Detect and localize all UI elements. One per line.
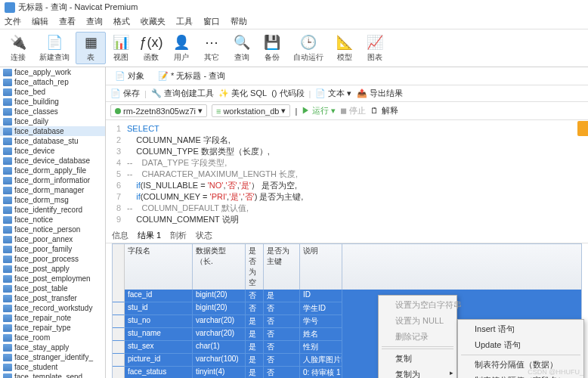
tree-item[interactable]: face_dorm_msg [0, 195, 105, 205]
result-tab[interactable]: 剖析 [170, 230, 187, 241]
menu-item[interactable]: 窗口 [203, 16, 220, 27]
tree-item[interactable]: face_database [0, 126, 105, 136]
table-icon [3, 364, 12, 371]
titlebar: 无标题 - 查询 - Navicat Premium [0, 0, 588, 14]
beautify-button[interactable]: ✨ 美化 SQL [218, 88, 267, 99]
side-badge[interactable] [577, 121, 588, 136]
menu-item[interactable]: 编辑 [32, 16, 48, 27]
tree-item[interactable]: face_repair_note [0, 313, 105, 323]
table-icon [3, 265, 12, 273]
ctx-item[interactable]: 删除记录 [379, 329, 456, 345]
context-menu[interactable]: 设置为空白字符串设置为 NULL删除记录复制复制为粘贴显示 [378, 295, 457, 378]
tree-item[interactable]: face_room [0, 333, 105, 342]
ctx-item[interactable]: 设置为空白字符串 [379, 297, 456, 313]
tree-item[interactable]: face_dorm_manager [0, 185, 105, 195]
tabbar[interactable]: 📄 对象 📝 * 无标题 - 查询 [106, 67, 588, 85]
server-select[interactable]: rm-2zetn83n05wz7i ▾ [110, 104, 207, 117]
save-button[interactable]: 📄 保存 [110, 88, 140, 99]
grid-col-header[interactable]: 说明 [300, 244, 342, 290]
table-tree[interactable]: face_apply_workface_attach_repface_bedfa… [0, 67, 106, 378]
tree-item[interactable]: face_poor_family [0, 244, 105, 254]
toolbar-查询[interactable]: 🔍查询 [227, 32, 257, 64]
builder-button[interactable]: 🔧 查询创建工具 [151, 88, 214, 99]
toolbar-备份[interactable]: 💾备份 [257, 32, 287, 64]
export-button[interactable]: 📤 导出结果 [357, 88, 403, 99]
ctx-sub-item[interactable]: Insert 语句 [458, 321, 583, 337]
grid-col-header[interactable]: 数据类型（长. [193, 244, 246, 290]
toolbar-表[interactable]: ▦表 [76, 32, 106, 64]
query-toolbar: 📄 保存| 🔧 查询创建工具 ✨ 美化 SQL () 代码段| 📄 文本 ▾ 📤… [106, 85, 588, 102]
table-icon [3, 157, 12, 165]
menu-item[interactable]: 帮助 [231, 16, 247, 27]
tree-item[interactable]: face_building [0, 97, 105, 107]
table-icon [3, 206, 12, 214]
menu-item[interactable]: 格式 [113, 16, 130, 27]
text-button[interactable]: 📄 文本 ▾ [315, 88, 351, 99]
ctx-item[interactable]: 复制 [379, 351, 456, 367]
toolbar-连接[interactable]: 🔌连接 [3, 32, 33, 64]
result-tab[interactable]: 结果 1 [138, 230, 161, 241]
tree-item[interactable]: face_template_send [0, 372, 105, 378]
toolbar-用户[interactable]: 👤用户 [166, 32, 197, 64]
ctx-sub-item[interactable]: Update 语句 [458, 337, 583, 353]
tree-item[interactable]: face_device [0, 146, 105, 156]
menu-item[interactable]: 工具 [176, 16, 193, 27]
tree-item[interactable]: face_attach_rep [0, 77, 105, 87]
toolbar-自动运行[interactable]: 🕒自动运行 [287, 32, 330, 64]
stop-button[interactable]: ◼ 停止 [340, 105, 366, 116]
toolbar-图表[interactable]: 📈图表 [360, 32, 390, 64]
tree-item[interactable]: face_poor_annex [0, 234, 105, 244]
tree-item[interactable]: face_identify_record [0, 205, 105, 215]
table-row[interactable]: stu_idbigint(20)否否学生ID [113, 302, 581, 315]
tree-item[interactable]: face_post_apply [0, 264, 105, 274]
sql-editor[interactable]: 1SELECT2 COLUMN_NAME 字段名,3 COLUMN_TYPE 数… [106, 120, 588, 228]
result-tabs[interactable]: 信息结果 1剖析状态 [106, 228, 588, 243]
table-icon [3, 187, 12, 194]
result-tab[interactable]: 状态 [196, 230, 212, 241]
snippet-button[interactable]: () 代码段 [271, 88, 304, 99]
ctx-item[interactable]: 复制为 [379, 367, 456, 378]
grid-col-header[interactable]: 是否为主键 [264, 244, 300, 290]
toolbar-函数[interactable]: ƒ(x)函数 [136, 32, 166, 64]
menu-item[interactable]: 文件 [5, 16, 21, 27]
tree-item[interactable]: face_stay_apply [0, 342, 105, 352]
run-button[interactable]: ▶ 运行 ▾ [302, 105, 336, 116]
toolbar-其它[interactable]: ⋯其它 [197, 32, 227, 64]
tree-item[interactable]: face_device_database [0, 156, 105, 166]
table-icon [3, 354, 12, 361]
tree-item[interactable]: face_poor_process [0, 254, 105, 264]
tree-item[interactable]: face_stranger_identify_ [0, 352, 105, 362]
toolbar-新建查询[interactable]: 📄新建查询 [33, 32, 76, 64]
ctx-item[interactable]: 设置为 NULL [379, 313, 456, 329]
tree-item[interactable]: face_post_table [0, 284, 105, 293]
toolbar-模型[interactable]: 📐模型 [330, 32, 360, 64]
grid-col-header[interactable]: 是否为空 [246, 244, 264, 290]
tab-query[interactable]: 📝 * 无标题 - 查询 [153, 69, 230, 83]
explain-button[interactable]: 🗒 解释 [370, 105, 398, 116]
tree-item[interactable]: face_classes [0, 107, 105, 116]
tree-item[interactable]: face_dorm_informatior [0, 175, 105, 185]
tree-item[interactable]: face_notice [0, 215, 105, 225]
tab-object[interactable]: 📄 对象 [110, 69, 149, 83]
tree-item[interactable]: face_bed [0, 87, 105, 97]
toolbar-视图[interactable]: 📊视图 [106, 32, 136, 64]
tree-item[interactable]: face_record_workstudy [0, 303, 105, 313]
db-select[interactable]: ≡ workstation_db ▾ [212, 104, 290, 117]
tree-item[interactable]: face_daily [0, 116, 105, 126]
menu-item[interactable]: 收藏夹 [141, 16, 166, 27]
tree-item[interactable]: face_student [0, 362, 105, 372]
menu-item[interactable]: 查看 [59, 16, 76, 27]
grid-col-header[interactable]: 字段名 [125, 244, 193, 290]
table-row[interactable]: face_idbigint(20)否是ID [113, 290, 581, 302]
tree-item[interactable]: face_post_employmen [0, 274, 105, 284]
tree-item[interactable]: face_database_stu [0, 136, 105, 146]
table-icon [3, 246, 12, 253]
tree-item[interactable]: face_post_transfer [0, 293, 105, 303]
tree-item[interactable]: face_apply_work [0, 67, 105, 77]
result-tab[interactable]: 信息 [112, 230, 128, 241]
tree-item[interactable]: face_notice_person [0, 225, 105, 234]
tree-item[interactable]: face_dorm_apply_file [0, 166, 105, 175]
tree-item[interactable]: face_repair_type [0, 323, 105, 333]
menu-item[interactable]: 查询 [86, 16, 103, 27]
函数-icon: ƒ(x) [142, 33, 160, 51]
